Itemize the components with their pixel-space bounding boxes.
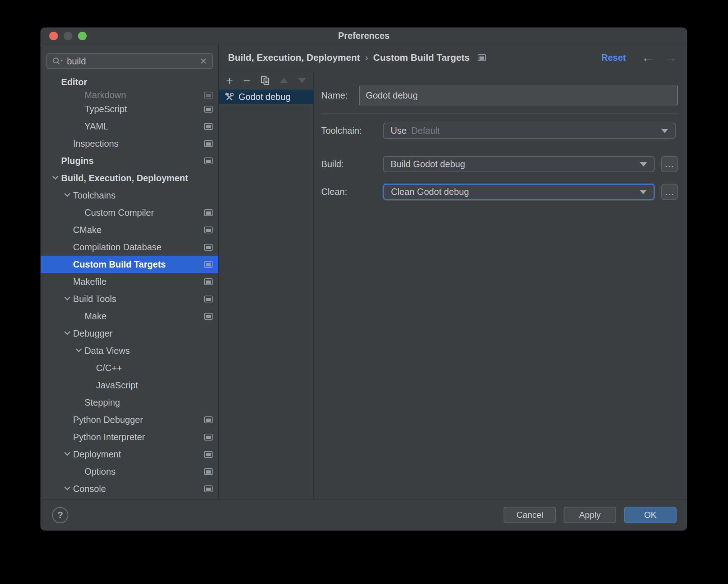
jump-to-settings-icon [204, 106, 213, 113]
add-target-button[interactable]: + [226, 74, 233, 87]
tree-item-label: Markdown [85, 91, 126, 100]
jump-to-settings-icon [204, 140, 213, 147]
target-settings-form: Name: Godot debug Toolchain: Use Default… [314, 71, 687, 499]
tree-item-plugins[interactable]: Plugins [41, 152, 218, 169]
tree-item-label: YAML [85, 121, 108, 132]
tree-item-label: Custom Build Targets [73, 259, 166, 270]
search-box[interactable]: ✕ [46, 53, 213, 69]
tree-item-editor[interactable]: Editor [41, 73, 218, 91]
tree-item-yaml[interactable]: YAML [41, 118, 218, 135]
tree-item-python-debugger[interactable]: Python Debugger [41, 411, 218, 428]
cancel-button[interactable]: Cancel [504, 507, 556, 523]
clean-browse-button[interactable]: ... [661, 184, 678, 200]
jump-to-settings-icon [204, 416, 213, 423]
move-up-button [280, 78, 288, 83]
clean-select[interactable]: Clean Godot debug [383, 184, 655, 200]
tree-item-deployment[interactable]: Deployment [41, 446, 218, 463]
tree-item-data-views[interactable]: Data Views [41, 342, 218, 359]
window-title: Preferences [338, 31, 390, 41]
jump-to-settings-icon [204, 92, 213, 99]
traffic-lights [49, 32, 87, 40]
zoom-button[interactable] [78, 32, 87, 40]
tree-item-typescript[interactable]: TypeScript [41, 100, 218, 118]
breadcrumb-page: Custom Build Targets [373, 52, 470, 63]
toolchain-label: Toolchain: [321, 123, 362, 139]
clean-value-text: Clean Godot debug [391, 187, 469, 197]
ok-button[interactable]: OK [624, 507, 677, 523]
tree-item-compilation-database[interactable]: Compilation Database [41, 238, 218, 256]
tree-item-python-interpreter[interactable]: Python Interpreter [41, 428, 218, 446]
toolchain-value-text: Default [411, 126, 440, 136]
breadcrumb-bar: Build, Execution, Deployment › Custom Bu… [219, 44, 687, 71]
tree-item-label: Build, Execution, Deployment [61, 173, 188, 183]
breadcrumb-chevron-icon: › [360, 52, 373, 63]
apply-button[interactable]: Apply [564, 507, 616, 523]
tree-item-markdown[interactable]: Markdown [41, 91, 218, 100]
copy-target-button[interactable] [261, 76, 270, 86]
tree-item-debugger[interactable]: Debugger [41, 325, 218, 342]
build-browse-button[interactable]: ... [661, 156, 678, 172]
tree-item-make[interactable]: Make [41, 307, 218, 325]
remove-target-button[interactable]: − [243, 74, 250, 87]
tree-item-label: Python Debugger [73, 415, 143, 425]
build-value-text: Build Godot debug [391, 159, 465, 169]
tree-item-cmake[interactable]: CMake [41, 221, 218, 238]
chevron-down-icon[interactable] [61, 193, 73, 197]
jump-to-settings-icon [204, 485, 213, 492]
targets-list: Godot debug [219, 90, 313, 104]
breadcrumb-section[interactable]: Build, Execution, Deployment [228, 52, 360, 63]
target-list-item-godot-debug[interactable]: Godot debug [219, 90, 313, 104]
search-input[interactable] [67, 56, 196, 67]
name-input[interactable]: Godot debug [359, 86, 678, 105]
chevron-down-icon[interactable] [61, 452, 73, 456]
tree-item-console[interactable]: Console [41, 480, 218, 497]
tree-item-label: Debugger [73, 328, 113, 339]
jump-to-settings-icon [204, 123, 213, 130]
tree-item-build-execution-deployment[interactable]: Build, Execution, Deployment [41, 169, 218, 187]
tree-item-toolchains[interactable]: Toolchains [41, 187, 218, 204]
tree-item-custom-build-targets[interactable]: Custom Build Targets [41, 256, 218, 273]
build-select[interactable]: Build Godot debug [383, 156, 655, 172]
dropdown-caret-icon [640, 190, 647, 194]
chevron-down-icon[interactable] [61, 331, 73, 336]
tree-item-inspections[interactable]: Inspections [41, 135, 218, 152]
tree-item-build-tools[interactable]: Build Tools [41, 290, 218, 307]
back-arrow-button[interactable]: ← [642, 51, 654, 64]
tree-item-makefile[interactable]: Makefile [41, 273, 218, 290]
tree-item-label: C/C++ [96, 363, 122, 373]
toolchain-use-text: Use [391, 126, 406, 136]
jump-to-settings-icon [204, 296, 213, 302]
tree-item-custom-compiler[interactable]: Custom Compiler [41, 204, 218, 221]
tree-item-options[interactable]: Options [41, 463, 218, 480]
clear-search-icon[interactable]: ✕ [200, 57, 207, 66]
tree-item-label: Stepping [85, 397, 120, 408]
tree-item-label: Console [73, 484, 106, 494]
help-button[interactable]: ? [52, 507, 68, 523]
chevron-down-icon[interactable] [49, 176, 61, 180]
dialog-footer: ? Cancel Apply OK [41, 499, 687, 530]
build-label: Build: [321, 156, 344, 172]
tree-item-label: Data Views [85, 346, 130, 356]
name-label: Name: [321, 86, 348, 105]
target-label: Godot debug [238, 92, 291, 102]
dropdown-caret-icon [640, 162, 647, 166]
chevron-down-icon[interactable] [61, 487, 73, 491]
jump-to-settings-icon [204, 261, 213, 268]
tree-item-stepping[interactable]: Stepping [41, 394, 218, 411]
tree-item-label: JavaScript [96, 380, 138, 391]
tree-item-label: Makefile [73, 277, 106, 287]
tree-item-javascript[interactable]: JavaScript [41, 377, 218, 394]
tree-item-label: Custom Compiler [85, 207, 154, 218]
tree-item-label: Build Tools [73, 294, 116, 304]
chevron-down-icon[interactable] [73, 348, 85, 353]
chevron-down-icon[interactable] [61, 297, 73, 301]
form-separator [321, 113, 678, 114]
tree-item-c-c[interactable]: C/C++ [41, 359, 218, 377]
jump-to-settings-icon [204, 313, 213, 320]
toolchain-select[interactable]: Use Default [383, 123, 676, 139]
settings-tree: EditorMarkdownTypeScriptYAMLInspectionsP… [41, 73, 218, 499]
close-button[interactable] [49, 32, 58, 40]
reset-button[interactable]: Reset [601, 53, 626, 63]
jump-to-source-icon[interactable] [478, 54, 486, 61]
jump-to-settings-icon [204, 434, 213, 441]
